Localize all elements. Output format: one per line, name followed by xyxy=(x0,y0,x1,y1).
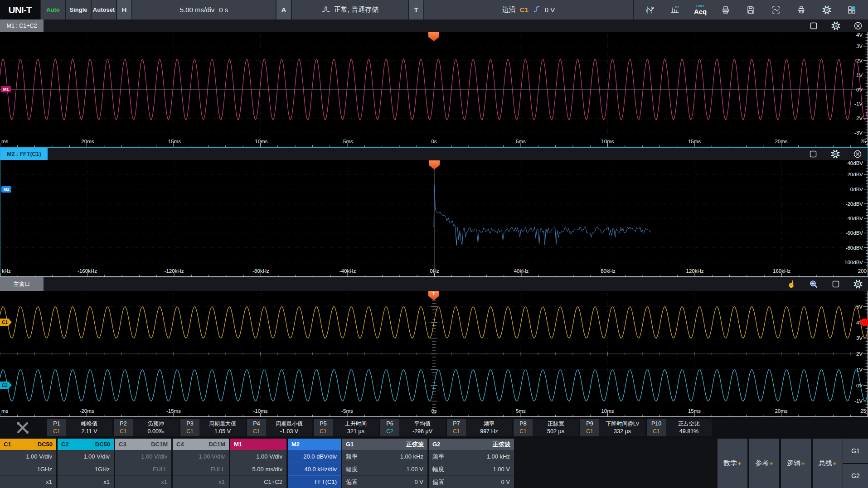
maximize-icon[interactable] xyxy=(809,21,818,30)
measurement-value: 周期最大值1.05 V xyxy=(199,419,246,436)
m1-trace-badge[interactable]: M1 xyxy=(1,86,11,92)
svg-text:10ms: 10ms xyxy=(601,139,614,144)
y-axis-labels: 4V3V2V1V0V-1V-2V-3V xyxy=(854,32,863,135)
ultra-acq-icon[interactable]: UltraAcq xyxy=(691,2,709,18)
svg-text:4V: 4V xyxy=(856,32,863,38)
apps-icon[interactable] xyxy=(843,2,861,18)
trigger-key[interactable]: T xyxy=(409,0,423,19)
svg-text:5ms: 5ms xyxy=(516,408,526,414)
measurement-P6[interactable]: P6C2平均值-296 µV xyxy=(380,419,446,436)
generator-card-G1[interactable]: G1正弦波频率1.00 kHz幅度1.00 V偏置0 V xyxy=(342,439,427,488)
measurement-value: 正脉宽502 µs xyxy=(533,419,579,436)
save-icon[interactable] xyxy=(742,2,760,18)
timebase-display[interactable]: 5.00 ms/div 0 s xyxy=(132,0,276,19)
svg-text:15ms: 15ms xyxy=(688,408,701,414)
measurement-P8[interactable]: P8C1正脉宽502 µs xyxy=(514,419,579,436)
svg-text:-100dBV: -100dBV xyxy=(843,260,863,265)
measurement-P1[interactable]: P1C1峰峰值2.11 V xyxy=(47,419,112,436)
channel-card-row: x1 xyxy=(115,475,171,488)
window-titlebar-m2: M2 : FFT(C1) xyxy=(0,148,868,160)
print-icon[interactable] xyxy=(717,2,735,18)
channel-card-M1[interactable]: M11.00 V/div5.00 ms/divC1+C2 xyxy=(230,439,286,488)
measurement-id: P6C2 xyxy=(380,419,399,436)
svg-text:2V: 2V xyxy=(856,351,863,357)
measurement-id: P9C1 xyxy=(580,419,599,436)
window-icons-main: ☝ xyxy=(787,280,863,289)
settings-icon[interactable] xyxy=(853,280,863,289)
generator-card-G2[interactable]: G2正弦波频率1.00 kHz幅度1.00 V偏置0 V xyxy=(429,439,514,488)
svg-text:20ms: 20ms xyxy=(775,408,787,414)
acquire-key[interactable]: A xyxy=(276,0,291,19)
run-mode-button[interactable]: Auto xyxy=(41,0,65,19)
channel-card-C2[interactable]: C2DC501.00 V/div1GHzx1 xyxy=(58,439,114,488)
horizontal-key[interactable]: H xyxy=(117,0,131,19)
trigger-status-display[interactable]: 边沿 C1 0 V xyxy=(424,0,633,19)
svg-text:20ms: 20ms xyxy=(775,139,787,144)
close-icon[interactable] xyxy=(853,150,862,159)
add-数学-button[interactable]: 数学+ xyxy=(718,439,747,488)
tab-m1[interactable]: M1 : C1+C2 xyxy=(0,19,44,32)
channel-card-C4[interactable]: C4DC1M1.00 V/divFULLx1 xyxy=(173,439,229,488)
add-参考-button[interactable]: 参考+ xyxy=(749,439,779,488)
window-icons-m2 xyxy=(809,150,862,159)
svg-text:5V: 5V xyxy=(856,304,863,309)
svg-text:-80kHz: -80kHz xyxy=(252,268,269,274)
measurement-P4[interactable]: P4C1周期最小值-1.03 V xyxy=(247,419,312,436)
channel-card-row: x1 xyxy=(58,475,114,488)
snapshot-icon[interactable] xyxy=(767,2,785,18)
svg-text:-2V: -2V xyxy=(854,116,863,121)
generator-buttons: G1G2 xyxy=(843,439,868,488)
settings-icon[interactable] xyxy=(831,21,840,30)
plot-m1[interactable]: ms-20ms-15ms-10ms-5ms0s5ms10ms15ms20ms25… xyxy=(0,32,868,147)
svg-text:-10ms: -10ms xyxy=(253,139,268,144)
plot-m2[interactable]: kHz-160kHz-120kHz-80kHz-40kHz0Hz40kHz80k… xyxy=(0,160,868,277)
maximize-icon[interactable] xyxy=(809,150,818,159)
plot-main[interactable]: ms-20ms-15ms-10ms-5ms0s5ms10ms15ms20ms25… xyxy=(0,291,868,417)
measurement-P3[interactable]: P3C1周期最大值1.05 V xyxy=(180,419,246,436)
measurement-P2[interactable]: P2C1负预冲0.00‰ xyxy=(114,419,179,436)
svg-text:0s: 0s xyxy=(431,139,436,144)
svg-text:25: 25 xyxy=(860,408,866,414)
svg-text:5ms: 5ms xyxy=(516,139,526,144)
settings-icon[interactable] xyxy=(831,150,840,159)
channel-card-C3[interactable]: C3DC1M1.00 V/divFULLx1 xyxy=(115,439,171,488)
autoset-button[interactable]: Autoset xyxy=(92,0,116,19)
svg-text:FFT: FFT xyxy=(675,5,679,8)
channel-card-M2[interactable]: M220.0 dBV/div40.0 kHz/divFFT(C1) xyxy=(288,439,341,488)
svg-text:-1V: -1V xyxy=(854,101,863,106)
measure-icon[interactable] xyxy=(641,2,659,18)
window-titlebar-main: 主窗口 ☝ xyxy=(0,277,868,291)
settings-icon[interactable] xyxy=(818,2,836,18)
m2-trace-badge[interactable]: M2 xyxy=(1,186,11,193)
measure-tools-icon[interactable] xyxy=(10,420,35,435)
hand-icon[interactable]: ☝ xyxy=(787,280,796,289)
measurement-id: P4C1 xyxy=(247,419,266,436)
measurement-id: P3C1 xyxy=(180,419,199,436)
measurement-id: P1C1 xyxy=(47,419,66,436)
add-逻辑-button[interactable]: 逻辑+ xyxy=(781,439,811,488)
channel-card-row: 1.00 V/div xyxy=(0,450,56,463)
tab-main-window[interactable]: 主窗口 xyxy=(0,277,44,291)
measurement-P10[interactable]: P10C1正占空比49.81% xyxy=(647,419,712,436)
zoom-in-icon[interactable] xyxy=(809,280,818,289)
svg-text:3V: 3V xyxy=(856,335,863,341)
fft-icon[interactable]: FFT xyxy=(666,2,684,18)
acquire-status-display[interactable]: 正常, 普通存储 xyxy=(292,0,408,19)
measurement-P7[interactable]: P7C1频率997 Hz xyxy=(447,419,512,436)
window-titlebar-m1: M1 : C1+C2 xyxy=(0,19,868,32)
generator-button-g2[interactable]: G2 xyxy=(843,464,868,488)
generator-card-row: 幅度1.00 V xyxy=(342,463,427,475)
single-button[interactable]: Single xyxy=(66,0,91,19)
tab-m2[interactable]: M2 : FFT(C1) xyxy=(0,148,48,160)
window-icons-m1 xyxy=(809,21,863,30)
svg-text:40dBV: 40dBV xyxy=(847,160,863,166)
close-icon[interactable] xyxy=(853,21,863,30)
channel-card-C1[interactable]: C1DC501.00 V/div1GHzx1 xyxy=(0,439,56,488)
clear-icon[interactable] xyxy=(792,2,810,18)
measurement-P9[interactable]: P9C1下降时间@Lv332 µs xyxy=(580,419,645,436)
measurement-P5[interactable]: P5C1上升时间321 µs xyxy=(314,419,379,436)
generator-button-g1[interactable]: G1 xyxy=(843,439,868,463)
svg-text:80kHz: 80kHz xyxy=(601,268,616,274)
add-总线-button[interactable]: 总线+ xyxy=(813,439,843,488)
maximize-icon[interactable] xyxy=(831,280,840,289)
